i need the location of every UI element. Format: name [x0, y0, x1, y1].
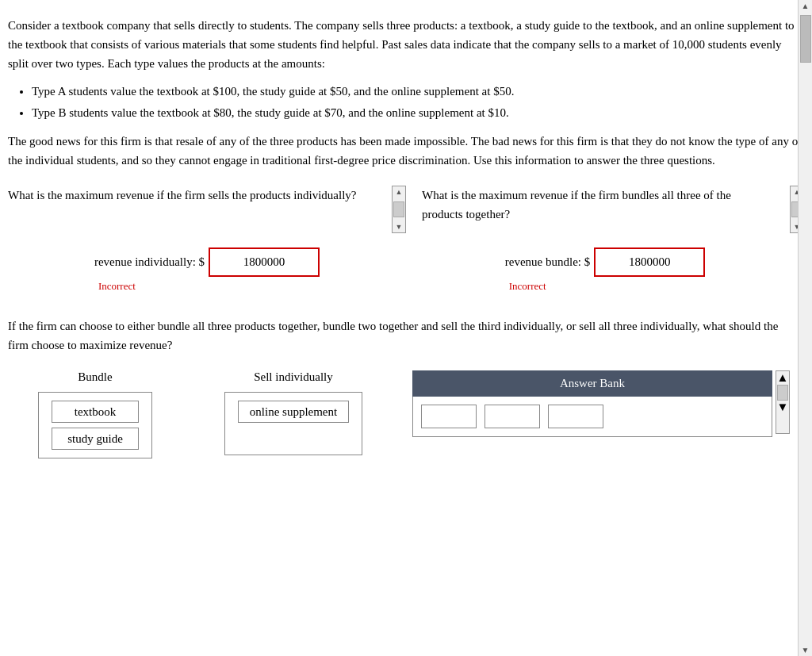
answer-2-inline: revenue bundle: $	[505, 247, 705, 277]
answer-bank-header: Answer Bank	[412, 370, 772, 397]
sell-col: Sell individually online supplement	[198, 370, 389, 455]
bullet-list: Type A students value the textbook at $1…	[32, 81, 804, 124]
third-scroll-down[interactable]: ▼	[777, 401, 789, 414]
intro-paragraph2: The good news for this firm is that resa…	[8, 132, 804, 170]
question-2-col: What is the maximum revenue if the firm …	[406, 186, 804, 224]
page-scrollbar[interactable]: ▲ ▼	[798, 0, 812, 656]
intro-paragraph1: Consider a textbook company that sells d…	[8, 16, 804, 73]
answer-bank-col: Answer Bank	[412, 370, 772, 437]
scrollbar-thumb	[393, 201, 404, 217]
bundle-box: textbook study guide	[38, 392, 152, 458]
answer-1-label: revenue individually: $	[94, 255, 205, 269]
answer-2-input[interactable]	[594, 247, 705, 277]
answer-1-block: revenue individually: $ Incorrect	[94, 247, 320, 293]
sell-item-online[interactable]: online supplement	[238, 401, 349, 423]
main-container: Consider a textbook company that sells d…	[0, 0, 812, 466]
third-q-scrollbar[interactable]: ▲ ▼	[776, 370, 790, 434]
third-scroll-up[interactable]: ▲	[777, 371, 789, 385]
bundle-item-studyguide[interactable]: study guide	[52, 428, 139, 450]
sell-box: online supplement	[224, 392, 362, 455]
bundle-items: textbook study guide	[52, 401, 139, 450]
question-1-text: What is the maximum revenue if the firm …	[8, 186, 390, 205]
answer-2-incorrect: Incorrect	[509, 280, 546, 293]
scroll-down-arrow[interactable]: ▼	[394, 221, 404, 232]
answer-bank-slot-3[interactable]	[548, 405, 603, 428]
page-scroll-up[interactable]: ▲	[800, 0, 811, 12]
bundle-col: Bundle textbook study guide	[8, 370, 182, 458]
page-scroll-down[interactable]: ▼	[800, 644, 811, 656]
question-3-text: If the firm can choose to either bundle …	[8, 316, 804, 355]
answer-bank-slots	[412, 397, 772, 437]
question-1-scrollbar[interactable]: ▲ ▼	[392, 186, 406, 233]
answer-1-input[interactable]	[209, 247, 320, 277]
bundle-item-textbook[interactable]: textbook	[52, 401, 139, 423]
question-2-text: What is the maximum revenue if the firm …	[422, 186, 804, 224]
answer-2-label: revenue bundle: $	[505, 255, 590, 269]
third-question-row: Bundle textbook study guide Sell individ…	[8, 370, 804, 458]
scroll-up-arrow[interactable]: ▲	[394, 186, 404, 198]
sell-title: Sell individually	[254, 370, 333, 384]
answer-bank-slot-2[interactable]	[485, 405, 540, 428]
answer-bank-slot-1[interactable]	[421, 405, 477, 428]
answer-2-col: revenue bundle: $ Incorrect	[406, 247, 804, 293]
answer-1-incorrect: Incorrect	[98, 280, 136, 293]
bullet-item-2: Type B students value the textbook at $8…	[32, 102, 804, 124]
bullet-item-1: Type A students value the textbook at $1…	[32, 81, 804, 102]
third-scrollbar-thumb	[777, 385, 788, 401]
answer-1-col: revenue individually: $ Incorrect	[8, 247, 406, 293]
answer-2-block: revenue bundle: $ Incorrect	[505, 247, 705, 293]
questions-row: What is the maximum revenue if the firm …	[8, 186, 804, 224]
page-scrollbar-thumb	[800, 15, 811, 63]
answers-row: revenue individually: $ Incorrect revenu…	[8, 247, 804, 293]
question-1-col: What is the maximum revenue if the firm …	[8, 186, 406, 224]
answer-1-inline: revenue individually: $	[94, 247, 320, 277]
bundle-title: Bundle	[78, 370, 112, 384]
